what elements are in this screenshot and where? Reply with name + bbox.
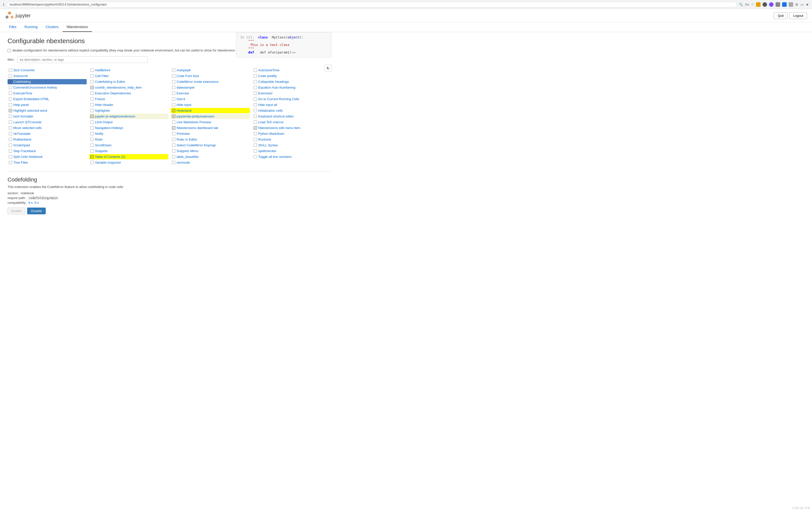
ext-checkbox[interactable] (9, 80, 12, 83)
ext-checkbox[interactable] (254, 120, 257, 124)
ext-checkbox[interactable] (9, 115, 12, 118)
logout-button[interactable]: Logout (789, 12, 807, 19)
ext-item[interactable]: Initialization cells (253, 108, 331, 113)
ext-item[interactable]: Move selected cells (7, 125, 87, 130)
ext-checkbox[interactable] (254, 155, 257, 158)
ext-checkbox[interactable] (254, 132, 257, 135)
ext-checkbox[interactable] (90, 161, 94, 164)
ext-item[interactable]: zenmode (171, 160, 250, 165)
ext-item[interactable]: Tree Filter (7, 160, 87, 165)
tab-nbextensions[interactable]: Nbextensions (62, 22, 92, 32)
ext-checkbox[interactable] (9, 74, 12, 78)
ext-checkbox[interactable] (9, 126, 12, 129)
ext-checkbox[interactable] (172, 144, 175, 147)
ext-checkbox[interactable] (9, 149, 12, 153)
star-icon[interactable]: ★ (806, 2, 809, 6)
ext-checkbox[interactable] (254, 144, 257, 147)
ext-item[interactable]: table_beautifier (171, 154, 250, 159)
ext-checkbox[interactable] (9, 132, 12, 135)
ext-checkbox[interactable] (90, 68, 94, 72)
ext-checkbox[interactable] (90, 126, 94, 129)
ext-checkbox[interactable] (254, 103, 257, 107)
ext-item[interactable]: Printview (171, 131, 250, 136)
ext-checkbox[interactable] (254, 109, 257, 112)
ext-checkbox[interactable] (254, 68, 257, 72)
ext-item[interactable]: Skip-Traceback (7, 148, 87, 154)
ext-checkbox[interactable] (172, 74, 175, 78)
ext-checkbox[interactable] (254, 126, 257, 129)
quit-button[interactable]: Quit (774, 12, 787, 19)
ext-item[interactable]: Equation Auto Numbering (253, 85, 331, 90)
ext-item[interactable]: Cell Filter (89, 73, 168, 79)
ext-checkbox[interactable] (90, 144, 94, 147)
ext-item[interactable]: Snippets Menu (171, 148, 250, 154)
ext-checkbox[interactable] (90, 120, 94, 124)
ext-item[interactable]: Execution Dependencies (89, 91, 168, 96)
ext-item[interactable]: AddBefore (89, 67, 168, 73)
ext-item[interactable]: Limit Output (89, 119, 168, 125)
ext-item[interactable]: Notify (89, 131, 168, 136)
ext-item[interactable]: Toggle all line numbers (253, 154, 331, 159)
ext-checkbox[interactable] (172, 86, 175, 89)
ext-checkbox[interactable] (90, 103, 94, 107)
ext-checkbox[interactable] (9, 144, 12, 147)
ext-item[interactable]: Comment/Uncomment Hotkey (7, 85, 87, 90)
ext-checkbox[interactable] (90, 149, 94, 153)
ext-item[interactable]: Table of Contents (2) (89, 154, 168, 159)
ext-item[interactable]: contrib_nbextensions_help_item (89, 85, 168, 90)
ext-checkbox[interactable] (172, 115, 175, 118)
ext-checkbox[interactable] (9, 68, 12, 72)
ext-checkbox[interactable] (172, 149, 175, 153)
ext-checkbox[interactable] (9, 155, 12, 158)
ext-checkbox[interactable] (9, 138, 12, 141)
ext-checkbox[interactable] (172, 103, 175, 107)
ext-item[interactable]: Python Markdown (253, 131, 331, 136)
ext-item[interactable]: Collapsible Headings (253, 79, 331, 84)
ext-checkbox[interactable] (172, 161, 175, 164)
refresh-button[interactable]: ↻ (324, 65, 331, 72)
enable-button[interactable]: Enable (7, 208, 25, 214)
ext-checkbox[interactable] (90, 132, 94, 135)
ext-checkbox[interactable] (90, 115, 94, 118)
ext-checkbox[interactable] (9, 161, 12, 164)
ext-checkbox[interactable] (172, 80, 175, 83)
ext-item[interactable]: Live Markdown Preview (171, 119, 250, 125)
ext-item[interactable]: highlighter (89, 108, 168, 113)
ext-item[interactable]: Keyboard shortcut editor (253, 114, 331, 119)
ext-item[interactable]: Runtools (253, 137, 331, 142)
ext-item[interactable]: Codefolding (7, 79, 87, 84)
ext-checkbox[interactable] (172, 109, 175, 112)
ext-item[interactable]: Ruler in Editor (171, 137, 250, 142)
ext-item[interactable]: ScrollDown (89, 143, 168, 148)
ext-checkbox[interactable] (254, 92, 257, 95)
ext-checkbox[interactable] (254, 86, 257, 89)
ext-item[interactable]: Hinterland (171, 108, 250, 113)
settings-icon[interactable]: ⚙ (795, 2, 799, 6)
ext-item[interactable]: jupyter-js-widgets/extension (89, 114, 168, 119)
ext-item[interactable]: Nbextensions edit menu item (253, 125, 331, 130)
ext-checkbox[interactable] (172, 68, 175, 72)
ext-item[interactable]: Codefolding in Editor (89, 79, 168, 84)
ext-checkbox[interactable] (172, 155, 175, 158)
ext-item[interactable]: isort formatter (7, 114, 87, 119)
ext-item[interactable]: Rubberband (7, 137, 87, 142)
ext-item[interactable]: nbTranslate (7, 131, 87, 136)
ext-item[interactable]: Navigation-Hotkeys (89, 125, 168, 130)
ext-checkbox[interactable] (90, 155, 94, 158)
ext-checkbox[interactable] (90, 109, 94, 112)
ext-checkbox[interactable] (172, 92, 175, 95)
ext-item[interactable]: Freeze (89, 96, 168, 102)
disable-config-checkbox[interactable] (7, 49, 11, 52)
tab-files[interactable]: Files (5, 22, 21, 32)
ext-item[interactable]: Hide Header (89, 102, 168, 108)
ext-checkbox[interactable] (172, 126, 175, 129)
ext-checkbox[interactable] (254, 80, 257, 83)
ext-item[interactable]: Highlight selected word (7, 108, 87, 113)
ext-item[interactable]: Hide input all (253, 102, 331, 108)
ext-item[interactable]: datestamper (171, 85, 250, 90)
ext-item[interactable]: Load TeX macros (253, 119, 331, 125)
ext-checkbox[interactable] (254, 74, 257, 78)
filter-input[interactable] (17, 56, 148, 63)
ext-item[interactable]: spellchecker (253, 148, 331, 154)
ext-checkbox[interactable] (254, 149, 257, 153)
